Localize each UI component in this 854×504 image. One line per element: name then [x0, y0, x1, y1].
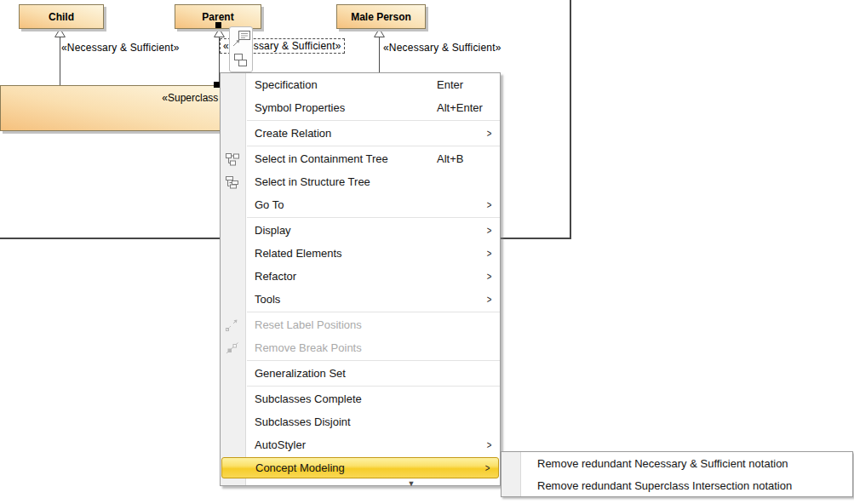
menu-item-shortcut: Alt+B: [437, 152, 463, 165]
generalization-edge-child[interactable]: [60, 37, 60, 85]
menu-item-label: Select in Containment Tree: [255, 152, 388, 165]
menu-item-related-elements[interactable]: Related Elements>: [221, 242, 500, 265]
submenu-arrow-icon: >: [485, 462, 490, 474]
reset-labels-icon: [225, 318, 240, 332]
class-child[interactable]: Child: [19, 4, 104, 29]
submenu-item-label: Remove redundant Superclass Intersection…: [537, 479, 792, 492]
generalization-arrow-icon: [374, 28, 385, 37]
menu-separator: [247, 312, 500, 312]
generalization-arrow-icon: [54, 28, 66, 37]
note-icon[interactable]: [231, 30, 251, 49]
menu-item-label: Create Relation: [255, 127, 331, 140]
menu-item-label: Related Elements: [255, 247, 342, 260]
class-name: Parent: [202, 11, 233, 23]
menu-separator: [247, 360, 500, 361]
submenu-arrow-icon: >: [487, 248, 492, 260]
application-canvas: «Necessary & Sufficient» «Necessary & Su…: [0, 0, 854, 504]
menu-separator: [247, 217, 500, 218]
menu-item-shortcut: Enter: [437, 78, 463, 91]
context-menu-items: SpecificationEnterSymbol PropertiesAlt+E…: [221, 73, 500, 478]
menu-item-select-in-containment-tree[interactable]: Select in Containment TreeAlt+B: [221, 147, 500, 170]
menu-item-label: AutoStyler: [255, 438, 306, 451]
menu-separator: [247, 120, 500, 121]
generalization-arrow-icon: [214, 28, 225, 37]
concept-modeling-submenu: Remove redundant Necessary & Sufficient …: [501, 451, 853, 497]
menu-item-go-to[interactable]: Go To>: [221, 193, 500, 216]
menu-item-label: Generalization Set: [255, 367, 346, 380]
submenu-item-remove-redundant-superclass-intersection-notation[interactable]: Remove redundant Superclass Intersection…: [502, 474, 852, 496]
menu-item-label: Reset Label Positions: [255, 318, 362, 331]
menu-item-generalization-set[interactable]: Generalization Set: [221, 362, 500, 385]
menu-scroll-down[interactable]: ▼: [221, 478, 500, 490]
remove-breakpoints-icon: [225, 341, 240, 355]
menu-item-symbol-properties[interactable]: Symbol PropertiesAlt+Enter: [221, 96, 500, 119]
class-stereotype: «Superclass I: [162, 92, 224, 104]
menu-item-shortcut: Alt+Enter: [437, 101, 483, 114]
menu-item-label: Tools: [255, 293, 280, 306]
submenu-item-remove-redundant-necessary-sufficient-notation[interactable]: Remove redundant Necessary & Sufficient …: [502, 452, 852, 474]
menu-item-autostyler[interactable]: AutoStyler>: [221, 433, 500, 456]
class-name: Male Person: [351, 11, 411, 23]
class-name: Child: [49, 11, 74, 23]
edge-label-necessary-sufficient[interactable]: «Necessary & Sufficient»: [61, 42, 180, 54]
menu-item-specification[interactable]: SpecificationEnter: [221, 73, 500, 96]
selection-handle[interactable]: [214, 82, 220, 88]
submenu-arrow-icon: >: [487, 439, 492, 451]
containment-tree-icon: [225, 152, 240, 166]
menu-item-subclasses-disjoint[interactable]: Subclasses Disjoint: [221, 410, 500, 433]
menu-separator: [247, 386, 500, 387]
selection-handle[interactable]: [215, 22, 221, 28]
submenu-arrow-icon: >: [487, 199, 492, 211]
menu-item-label: Subclasses Complete: [255, 392, 362, 405]
menu-item-label: Refactor: [255, 270, 296, 283]
menu-item-label: Concept Modeling: [255, 461, 345, 474]
submenu-arrow-icon: >: [487, 128, 492, 140]
submenu-arrow-icon: >: [487, 271, 492, 283]
menu-item-refactor[interactable]: Refactor>: [221, 265, 500, 288]
menu-item-reset-label-positions: Reset Label Positions: [221, 313, 500, 336]
menu-item-label: Symbol Properties: [255, 101, 345, 114]
menu-item-concept-modeling[interactable]: Concept Modeling>: [221, 457, 499, 478]
submenu-arrow-icon: >: [487, 294, 492, 306]
class-superclass-intersection[interactable]: «Superclass I: [0, 85, 226, 131]
submenu-items: Remove redundant Necessary & Sufficient …: [502, 452, 852, 496]
menu-item-label: Display: [255, 224, 291, 237]
related-elements-icon[interactable]: [232, 53, 249, 68]
structure-tree-icon: [225, 175, 240, 189]
menu-item-label: Subclasses Disjoint: [255, 415, 351, 428]
menu-item-tools[interactable]: Tools>: [221, 288, 500, 311]
menu-item-subclasses-complete[interactable]: Subclasses Complete: [221, 387, 500, 410]
menu-item-create-relation[interactable]: Create Relation>: [221, 122, 500, 145]
context-menu: SpecificationEnterSymbol PropertiesAlt+E…: [220, 72, 501, 486]
menu-item-label: Remove Break Points: [255, 341, 362, 354]
menu-item-select-in-structure-tree[interactable]: Select in Structure Tree: [221, 170, 500, 193]
scroll-down-icon: ▼: [408, 480, 416, 488]
menu-item-label: Go To: [255, 198, 284, 211]
smart-manipulator-toolbar: [229, 26, 253, 72]
edge-label-necessary-sufficient[interactable]: «Necessary & Sufficient»: [383, 42, 502, 54]
submenu-arrow-icon: >: [487, 225, 492, 237]
menu-item-display[interactable]: Display>: [221, 219, 500, 242]
class-male-person[interactable]: Male Person: [336, 4, 426, 29]
generalization-edge-male-person[interactable]: [379, 37, 380, 72]
menu-item-remove-break-points: Remove Break Points: [221, 336, 500, 359]
submenu-item-label: Remove redundant Necessary & Sufficient …: [537, 457, 788, 470]
menu-item-label: Select in Structure Tree: [255, 175, 370, 188]
menu-separator: [247, 146, 500, 146]
menu-item-label: Specification: [255, 78, 318, 91]
